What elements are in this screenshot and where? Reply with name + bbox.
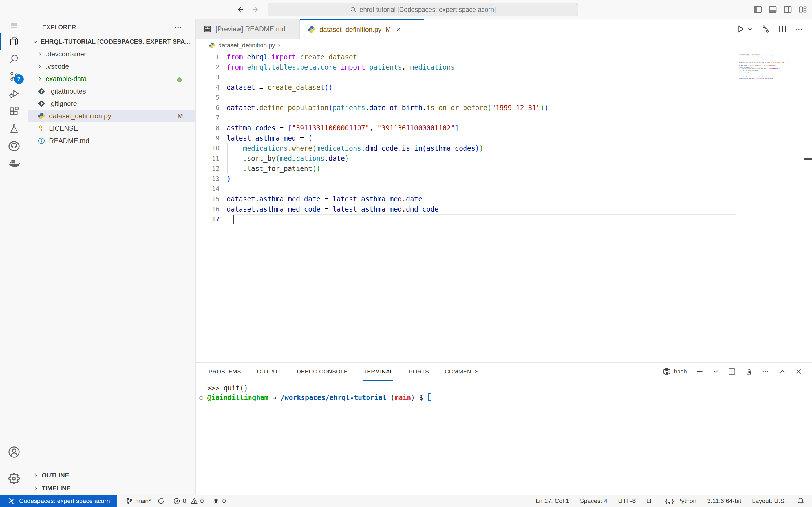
explorer-root-folder[interactable]: EHRQL-TUTORIAL [CODESPACES: EXPERT SPA..…	[28, 36, 195, 48]
gear-icon	[8, 472, 20, 485]
code-editor[interactable]: 1from ehrql import create_dataset2from e…	[196, 52, 812, 362]
git-branch-status[interactable]: main*	[126, 497, 165, 505]
encoding-status[interactable]: UTF-8	[618, 497, 636, 505]
command-center-search[interactable]: ehrql-tutorial [Codespaces: expert space…	[268, 3, 578, 16]
current-line-highlight	[234, 214, 737, 224]
more-actions-button[interactable]: ⋯	[795, 24, 804, 34]
code-line-2[interactable]: 2from ehrql.tables.beta.core import pati…	[196, 62, 812, 72]
code-line-8[interactable]: 8asthma_codes = ["39113311000001107", "3…	[196, 123, 812, 133]
code-line-5[interactable]: 5	[196, 93, 812, 103]
code-line-16[interactable]: 16dataset.asthma_med_code = latest_asthm…	[196, 204, 812, 214]
breadcrumb-file[interactable]: dataset_definition.py	[218, 42, 275, 49]
line-number: 5	[196, 93, 227, 103]
tab-terminal[interactable]: TERMINAL	[363, 362, 393, 381]
history-back-button[interactable]	[236, 5, 244, 14]
code-line-1[interactable]: 1from ehrql import create_dataset	[196, 52, 812, 62]
sidebar-item-source-control[interactable]: 7	[0, 68, 28, 85]
kill-terminal-button[interactable]	[745, 368, 753, 376]
code-line-10[interactable]: 10 medications.where(medications.dmd_cod…	[196, 144, 812, 154]
file-row-example-data[interactable]: example-data	[28, 73, 195, 85]
explorer-more-actions-button[interactable]: ⋯	[174, 23, 183, 32]
sidebar-item-extensions[interactable]	[0, 103, 28, 120]
tab-problems[interactable]: PROBLEMS	[209, 362, 241, 381]
tab-dataset-definition[interactable]: dataset_definition.py M ×	[300, 19, 424, 39]
code-line-17[interactable]: 17	[196, 214, 812, 224]
application-menu-button[interactable]	[0, 19, 28, 33]
tab-debug-console[interactable]: DEBUG CONSOLE	[297, 362, 348, 381]
tab-comments[interactable]: COMMENTS	[445, 362, 479, 381]
code-line-4[interactable]: 4dataset = create_dataset()	[196, 82, 812, 93]
toggle-primary-sidebar-button[interactable]	[754, 5, 762, 14]
tab-output[interactable]: OUTPUT	[257, 362, 281, 381]
minimap[interactable]: 1from ehrql import create_dataset2from e…	[739, 54, 804, 251]
breadcrumb-symbol[interactable]: …	[283, 42, 289, 49]
chevron-right-icon	[37, 51, 43, 57]
terminal-shell-selector[interactable]: $ bash	[663, 367, 687, 376]
sidebar-item-run-debug[interactable]	[0, 85, 28, 103]
split-terminal-button[interactable]	[728, 368, 736, 376]
sync-icon	[157, 497, 165, 505]
chevron-right-icon: ›	[278, 41, 280, 49]
chevron-right-icon	[33, 472, 39, 478]
terminal[interactable]: >>> quit()@iaindillingham → /workspaces/…	[196, 381, 812, 495]
file-row-vscode[interactable]: .vscode	[28, 60, 195, 73]
toggle-secondary-sidebar-button[interactable]	[783, 5, 792, 14]
code-line-9[interactable]: 9latest_asthma_med = (	[196, 133, 812, 144]
language-mode-status[interactable]: {} Python	[664, 497, 696, 505]
open-changes-icon[interactable]	[761, 25, 770, 33]
chevron-right-icon	[33, 485, 39, 492]
new-terminal-button[interactable]	[696, 368, 704, 376]
file-row-dataset-definition[interactable]: dataset_definition.py M	[28, 110, 195, 122]
breadcrumb[interactable]: dataset_definition.py › …	[196, 39, 812, 52]
python-interpreter-status[interactable]: 3.11.6 64-bit	[707, 497, 741, 505]
file-row-gitattributes[interactable]: .gitattributes	[28, 85, 195, 98]
sidebar-item-testing[interactable]	[0, 120, 28, 137]
code-line-13[interactable]: 13)	[196, 174, 812, 184]
outline-section-header[interactable]: OUTLINE	[28, 469, 195, 482]
forwarded-ports-status[interactable]: 0	[212, 497, 225, 505]
settings-button[interactable]	[0, 465, 28, 492]
editor-region: [Preview] README.md dataset_definition.p…	[196, 19, 812, 495]
file-row-gitignore[interactable]: .gitignore	[28, 98, 195, 110]
file-row-devcontainer[interactable]: .devcontainer	[28, 48, 195, 60]
sidebar-item-docker[interactable]	[0, 155, 28, 172]
customize-layout-button[interactable]	[799, 5, 807, 14]
tab-label: dataset_definition.py	[319, 25, 382, 34]
code-line-6[interactable]: 6dataset.define_population(patients.date…	[196, 103, 812, 113]
panel-more-actions-button[interactable]: ⋯	[762, 367, 770, 376]
code-line-12[interactable]: 12 .last_for_patient()	[196, 164, 812, 174]
file-row-readme[interactable]: README.md	[28, 135, 195, 147]
keyboard-layout-status[interactable]: Layout: U.S.	[752, 497, 786, 505]
sidebar-item-explorer[interactable]	[0, 33, 28, 50]
notifications-bell-button[interactable]	[797, 497, 805, 505]
code-text: from ehrql import create_dataset	[227, 52, 357, 62]
code-line-3[interactable]: 3	[196, 72, 812, 82]
close-tab-button[interactable]: ×	[396, 25, 401, 34]
run-python-file-button[interactable]	[737, 25, 753, 33]
eol-status[interactable]: LF	[647, 497, 654, 505]
code-line-7[interactable]: 7	[196, 113, 812, 123]
code-line-17[interactable]: 17	[739, 79, 804, 81]
code-line-14[interactable]: 14	[196, 184, 812, 194]
indentation-status[interactable]: Spaces: 4	[580, 497, 607, 505]
file-row-license[interactable]: LICENSE	[28, 122, 195, 135]
split-editor-button[interactable]	[778, 25, 786, 33]
code-line-15[interactable]: 15dataset.asthma_med_date = latest_asthm…	[196, 194, 812, 204]
sidebar-item-github[interactable]	[0, 137, 28, 155]
tab-ports[interactable]: PORTS	[409, 362, 429, 381]
accounts-button[interactable]	[0, 439, 28, 465]
tab-readme-preview[interactable]: [Preview] README.md	[196, 19, 300, 39]
problems-status[interactable]: 0 0	[173, 497, 204, 505]
history-forward-button[interactable]	[252, 5, 260, 14]
close-panel-button[interactable]	[795, 368, 802, 375]
tab-modified-badge: M	[386, 25, 391, 33]
maximize-panel-button[interactable]	[779, 368, 786, 375]
command-decoration-icon[interactable]	[199, 396, 203, 400]
remote-indicator[interactable]: Codespaces: expert space acorn	[0, 495, 117, 507]
cursor-position-status[interactable]: Ln 17, Col 1	[536, 497, 569, 505]
sidebar-item-search[interactable]	[0, 50, 28, 68]
terminal-dropdown-button[interactable]	[713, 369, 719, 375]
code-line-11[interactable]: 11 .sort_by(medications.date)	[196, 154, 812, 164]
toggle-panel-button[interactable]	[769, 5, 777, 14]
timeline-section-header[interactable]: TIMELINE	[28, 482, 195, 495]
